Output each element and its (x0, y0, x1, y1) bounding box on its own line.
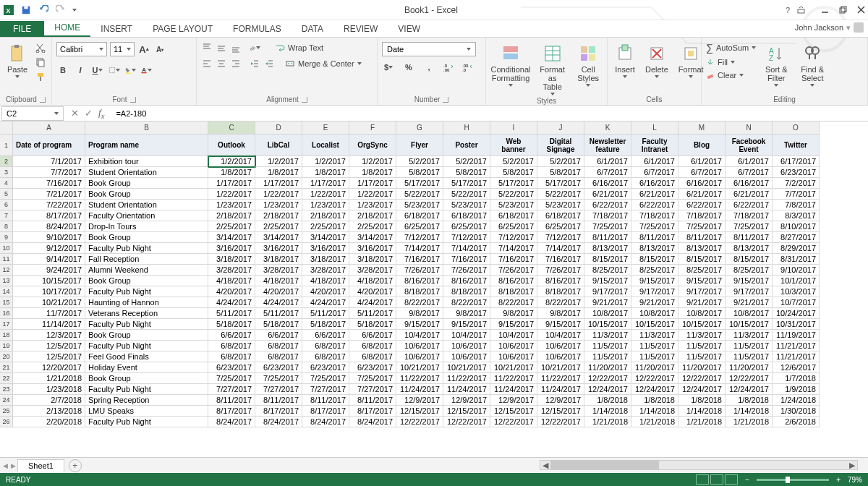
header-cell[interactable]: Localist (302, 135, 349, 156)
cell[interactable]: 12/5/2017 (13, 351, 85, 362)
cell[interactable]: 8/13/2017 (726, 243, 773, 254)
cell[interactable]: 12/9/2017 (396, 395, 443, 406)
cell[interactable]: 1/8/2018 (726, 395, 773, 406)
cell[interactable]: 8/24/2017 (208, 417, 255, 427)
cell[interactable]: 6/6/2017 (349, 330, 396, 341)
cell[interactable]: 6/22/2017 (726, 200, 773, 210)
cell[interactable]: 5/2/2017 (396, 156, 443, 167)
cell[interactable]: 12/24/2017 (631, 384, 678, 395)
cell[interactable]: 11/5/2017 (726, 351, 773, 362)
header-cell[interactable]: Program name (85, 135, 208, 156)
delete-cells-button[interactable]: Delete (642, 42, 671, 80)
cell[interactable]: 7/25/2017 (584, 221, 631, 232)
zoom-in-button[interactable]: + (836, 476, 841, 484)
fx-icon[interactable]: fx (98, 107, 104, 120)
cell[interactable]: 7/14/2017 (396, 243, 443, 254)
column-header[interactable]: K (584, 122, 631, 135)
cell[interactable]: 8/15/2017 (584, 254, 631, 265)
cell[interactable]: 11/20/2017 (726, 362, 773, 373)
cell[interactable]: 1/2/2017 (302, 156, 349, 167)
row-header[interactable]: 15 (0, 297, 13, 308)
cell[interactable]: 4/18/2017 (302, 276, 349, 286)
restore-icon[interactable] (839, 6, 847, 14)
row-header[interactable]: 13 (0, 276, 13, 286)
cell[interactable]: Student Orientation (85, 200, 208, 210)
spreadsheet-grid[interactable]: ABCDEFGHIJKLMNO1Date of programProgram n… (0, 122, 868, 457)
font-launcher[interactable] (130, 97, 136, 103)
cell[interactable]: 6/16/2017 (678, 178, 726, 189)
cell[interactable]: 11/22/2017 (490, 373, 537, 384)
cell[interactable]: 6/6/2017 (302, 330, 349, 341)
zoom-slider[interactable] (757, 479, 829, 481)
header-cell[interactable]: Date of program (13, 135, 85, 156)
cell[interactable]: 7/27/2017 (302, 384, 349, 395)
row-header[interactable]: 1 (0, 135, 13, 156)
cell[interactable]: 7/1/2017 (13, 156, 85, 167)
cell[interactable]: 8/17/2017 (302, 406, 349, 417)
cell[interactable]: 7/12/2017 (396, 232, 443, 243)
cell[interactable]: 11/3/2017 (584, 330, 631, 341)
cell[interactable]: 12/9/2017 (537, 395, 584, 406)
column-header[interactable]: I (490, 122, 537, 135)
cell[interactable]: 7/12/2017 (443, 232, 490, 243)
cell[interactable]: 1/8/2017 (208, 167, 255, 178)
comma-icon[interactable]: , (422, 61, 435, 74)
cell[interactable]: 5/22/2017 (537, 189, 584, 200)
cell[interactable]: 3/18/2017 (302, 254, 349, 265)
cell[interactable]: 11/24/2017 (537, 384, 584, 395)
cell[interactable]: 8/16/2017 (396, 276, 443, 286)
cell[interactable]: Holiday Event (85, 362, 208, 373)
cell[interactable]: 9/8/2017 (537, 308, 584, 319)
formula-input[interactable]: =A2-180 (111, 109, 868, 118)
fill-color-icon[interactable] (124, 64, 136, 76)
cell[interactable]: 12/24/2017 (726, 384, 773, 395)
cell[interactable]: 8/25/2017 (678, 265, 726, 276)
cell[interactable]: 5/8/2017 (396, 167, 443, 178)
cell[interactable]: 12/24/2017 (584, 384, 631, 395)
cell[interactable]: Faculty Pub Night (85, 319, 208, 330)
cell[interactable]: 3/14/2017 (208, 232, 255, 243)
cell[interactable]: Veterans Reception (85, 308, 208, 319)
cell[interactable]: 11/3/2017 (726, 330, 773, 341)
cell[interactable]: 10/3/2017 (773, 286, 820, 297)
cell[interactable]: 3/28/2017 (349, 265, 396, 276)
cell[interactable]: 10/6/2017 (396, 341, 443, 351)
cell[interactable]: 10/21/2017 (537, 362, 584, 373)
clear-button[interactable]: Clear (706, 71, 756, 80)
sheet-tab-1[interactable]: Sheet1 (17, 459, 64, 472)
cell[interactable]: Book Group (85, 178, 208, 189)
row-header[interactable]: 24 (0, 395, 13, 406)
cell[interactable]: 7/7/2017 (773, 189, 820, 200)
cell[interactable]: 3/16/2017 (208, 243, 255, 254)
cell[interactable]: 6/17/2017 (773, 156, 820, 167)
row-header[interactable]: 22 (0, 373, 13, 384)
column-header[interactable]: D (255, 122, 302, 135)
cell[interactable]: 2/20/2018 (13, 417, 85, 427)
cell[interactable]: Book Group (85, 232, 208, 243)
header-cell[interactable]: Newsletter feature (584, 135, 631, 156)
column-header[interactable]: B (85, 122, 208, 135)
cell[interactable]: 9/21/2017 (631, 297, 678, 308)
cell[interactable]: 6/16/2017 (584, 178, 631, 189)
cell[interactable]: 11/24/2017 (396, 384, 443, 395)
cell[interactable]: 6/8/2017 (302, 351, 349, 362)
cell[interactable]: 7/27/2017 (349, 384, 396, 395)
header-cell[interactable]: Outlook (208, 135, 255, 156)
cell[interactable]: 7/22/2017 (13, 200, 85, 210)
close-icon[interactable] (857, 6, 865, 14)
cell[interactable]: LMU Speaks (85, 406, 208, 417)
cell[interactable]: 1/21/2018 (13, 373, 85, 384)
cell[interactable]: 5/23/2017 (443, 200, 490, 210)
ribbon-options-icon[interactable] (797, 6, 805, 14)
cell[interactable]: 8/24/2017 (13, 221, 85, 232)
tab-home[interactable]: HOME (44, 20, 90, 37)
column-header[interactable]: L (631, 122, 678, 135)
number-format-select[interactable]: Date (382, 42, 476, 56)
cell[interactable]: 1/14/2018 (584, 406, 631, 417)
cell[interactable]: 5/17/2017 (443, 178, 490, 189)
cell[interactable]: 11/24/2017 (443, 384, 490, 395)
cell[interactable]: 2/18/2017 (208, 210, 255, 221)
cell[interactable]: 7/14/2017 (443, 243, 490, 254)
cell[interactable]: 9/8/2017 (443, 308, 490, 319)
cell[interactable]: 10/21/2017 (396, 362, 443, 373)
